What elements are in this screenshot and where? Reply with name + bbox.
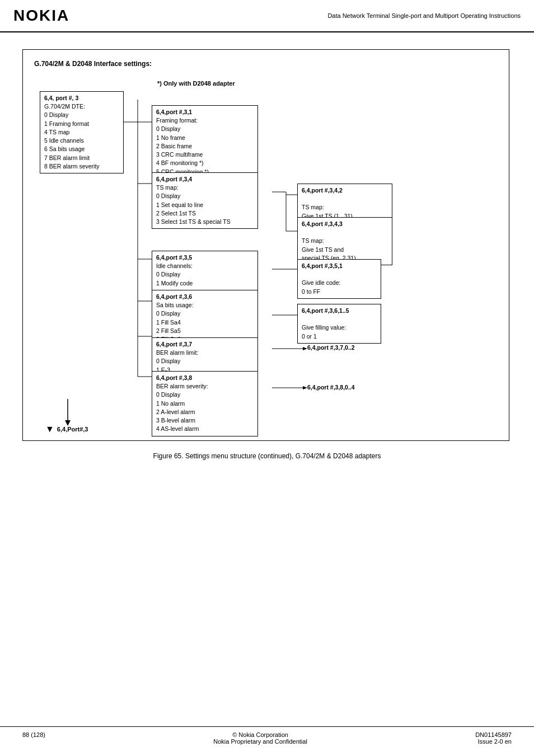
bottom-label-text: 6,4,Port#,3 xyxy=(57,426,88,433)
section-3-8-box: 6,4,port #,3,8 BER alarm severity: 0 Dis… xyxy=(152,371,258,436)
section-3-6-item-0: 0 Display xyxy=(156,309,254,318)
section-3-5-1-title: 6,4,port #,3,5,1 xyxy=(302,262,377,270)
page-footer: 88 (128) © Nokia Corporation Nokia Propr… xyxy=(0,726,534,745)
section-3-4-3-item-0: Give 1st TS and xyxy=(302,246,388,254)
section-3-5-box: 6,4,port #,3,5 Idle channels: 0 Display … xyxy=(152,251,258,290)
section-3-4-box: 6,4,port #,3,4 TS map: 0 Display 1 Set e… xyxy=(152,172,258,229)
section-3-7-0-2-label: 6,4,port #,3,7,0..2 xyxy=(307,344,355,351)
section-3-7-title: 6,4,port #,3,7 xyxy=(156,340,254,349)
section-3-1-item-1: 1 No frame xyxy=(156,134,254,142)
bottom-label: ▼ 6,4,Port#,3 xyxy=(45,424,88,434)
main-menu-item-8: 8 BER alarm severity xyxy=(44,162,119,171)
section-3-4-title: 6,4,port #,3,4 xyxy=(156,175,254,184)
section-3-5-item-1: 1 Modify code xyxy=(156,279,254,288)
page-header: NOKIA Data Network Terminal Single-port … xyxy=(0,0,534,32)
spacer-4 xyxy=(302,315,377,323)
section-3-1-item-2: 2 Basic frame xyxy=(156,142,254,151)
section-3-6-item-2: 2 Fill Sa5 xyxy=(156,327,254,335)
footer-issue: Issue 2-0 en xyxy=(475,738,512,745)
section-3-1-title: 6,4,port #,3,1 xyxy=(156,108,254,116)
main-content: G.704/2M & D2048 Interface settings: xyxy=(0,32,534,477)
section-3-5-content-title: Idle channels: xyxy=(156,262,254,270)
section-3-6-content-title: Sa bits usage: xyxy=(156,301,254,309)
section-3-4-3-content-title: TS map: xyxy=(302,237,388,245)
section-3-6-item-1: 1 Fill Sa4 xyxy=(156,318,254,327)
main-menu-item-1: 1 Framing format xyxy=(44,120,119,128)
section-3-7-item-0: 0 Display xyxy=(156,357,254,365)
section-3-4-3-title: 6,4,port #,3,4,3 xyxy=(302,220,388,228)
section-3-8-item-4: 4 AS-level alarm xyxy=(156,425,254,433)
footer-copyright-line1: © Nokia Corporation xyxy=(213,731,307,738)
section-3-7-content-title: BER alarm limit: xyxy=(156,349,254,357)
section-3-5-1-box: 6,4,port #,3,5,1 Give idle code: 0 to FF xyxy=(297,259,381,299)
section-3-6-1-5-content-title: Give filling value: xyxy=(302,323,377,332)
main-menu-box: 6,4, port #, 3 G.704/2M DTE: 0 Display 1… xyxy=(40,91,124,173)
spacer-1 xyxy=(302,195,388,203)
svg-marker-15 xyxy=(303,347,307,350)
section-3-1-box: 6,4,port #,3,1 Framing format: 0 Display… xyxy=(152,105,258,179)
section-3-8-item-1: 1 No alarm xyxy=(156,400,254,408)
section-3-1-content-title: Framing format: xyxy=(156,116,254,125)
section-3-8-item-3: 3 B-level alarm xyxy=(156,416,254,425)
footer-copyright-line2: Nokia Proprietary and Confidential xyxy=(213,738,307,745)
document-title: Data Network Terminal Single-port and Mu… xyxy=(327,12,521,19)
section-3-5-1-item-0: 0 to FF xyxy=(302,288,377,296)
section-3-4-item-0: 0 Display xyxy=(156,192,254,200)
section-3-4-item-3: 3 Select 1st TS & special TS xyxy=(156,218,254,226)
section-3-4-3-box: 6,4,port #,3,4,3 TS map: Give 1st TS and… xyxy=(297,217,392,265)
section-3-1-item-3: 3 CRC multiframe xyxy=(156,151,254,159)
footer-doc-number: DN01145897 xyxy=(475,731,512,738)
main-menu-item-6: 6 Sa bits usage xyxy=(44,145,119,153)
main-menu-title: 6,4, port #, 3 xyxy=(44,94,119,102)
section-3-6-1-5-title: 6,4,port #,3,6,1..5 xyxy=(302,307,377,315)
section-3-1-item-0: 0 Display xyxy=(156,125,254,133)
main-menu-item-5: 5 Idle channels xyxy=(44,137,119,145)
section-3-8-item-0: 0 Display xyxy=(156,391,254,399)
down-arrow-icon: ▼ xyxy=(45,424,54,434)
section-3-5-1-content-title: Give idle code: xyxy=(302,279,377,287)
diagram-title: G.704/2M & D2048 Interface settings: xyxy=(34,60,498,68)
section-3-4-content-title: TS map: xyxy=(156,184,254,192)
d2048-note: *) Only with D2048 adapter xyxy=(157,80,235,87)
main-menu-item-7: 7 BER alarm limit xyxy=(44,154,119,162)
section-3-8-content-title: BER alarm severity: xyxy=(156,382,254,391)
main-menu-subtitle: G.704/2M DTE: xyxy=(44,102,119,111)
section-3-1-item-4: 4 BF monitoring *) xyxy=(156,159,254,167)
section-3-8-0-4-label: 6,4,port #,3,8,0..4 xyxy=(307,384,355,391)
section-3-6-title: 6,4,port #,3,6 xyxy=(156,293,254,301)
section-3-4-2-content-title: TS map: xyxy=(302,203,388,212)
diagram-container: G.704/2M & D2048 Interface settings: xyxy=(22,49,509,441)
section-3-8-title: 6,4,port #,3,8 xyxy=(156,374,254,382)
section-3-4-item-1: 1 Set equal to line xyxy=(156,201,254,209)
footer-page-number: 88 (128) xyxy=(22,731,45,745)
section-3-5-title: 6,4,port #,3,5 xyxy=(156,253,254,262)
svg-marker-17 xyxy=(303,386,307,389)
footer-copyright: © Nokia Corporation Nokia Proprietary an… xyxy=(213,731,307,745)
nokia-logo: NOKIA xyxy=(13,7,69,25)
footer-doc-info: DN01145897 Issue 2-0 en xyxy=(475,731,512,745)
section-3-5-item-0: 0 Display xyxy=(156,270,254,279)
spacer-2 xyxy=(302,228,388,237)
section-3-8-item-2: 2 A-level alarm xyxy=(156,408,254,416)
section-3-4-2-title: 6,4,port #,3,4,2 xyxy=(302,186,388,195)
spacer-3 xyxy=(302,270,377,279)
main-menu-item-0: 0 Display xyxy=(44,111,119,119)
section-3-6-1-5-box: 6,4,port #,3,6,1..5 Give filling value: … xyxy=(297,304,381,344)
figure-caption: Figure 65. Settings menu structure (cont… xyxy=(22,452,512,460)
section-3-6-1-5-item-0: 0 or 1 xyxy=(302,332,377,341)
main-menu-item-4: 4 TS map xyxy=(44,128,119,137)
section-3-4-item-2: 2 Select 1st TS xyxy=(156,209,254,218)
